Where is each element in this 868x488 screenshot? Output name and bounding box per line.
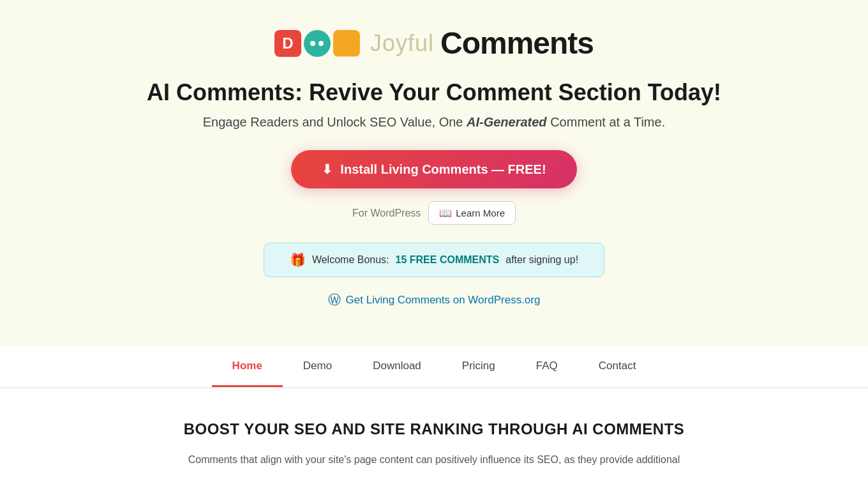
install-button[interactable]: ⬇ Install Living Comments — FREE! <box>291 150 576 188</box>
bottom-section: BOOST YOUR SEO AND SITE RANKING THROUGH … <box>0 388 868 488</box>
nav-item-faq[interactable]: FAQ <box>516 347 578 387</box>
install-button-label: Install Living Comments — FREE! <box>340 162 546 177</box>
wordpress-org-link[interactable]: Ⓦ Get Living Comments on WordPress.org <box>328 291 541 309</box>
bonus-banner: 🎁 Welcome Bonus: 15 FREE COMMENTS after … <box>264 243 604 277</box>
download-icon: ⬇ <box>322 162 333 177</box>
subheadline-italic: AI-Generated <box>467 115 547 129</box>
wordpress-link-label: Get Living Comments on WordPress.org <box>346 294 541 307</box>
d-letter: D <box>282 34 293 52</box>
subheadline-suffix: Comment at a Time. <box>547 115 666 129</box>
boost-title: BOOST YOUR SEO AND SITE RANKING THROUGH … <box>184 420 685 438</box>
wordpress-icon: Ⓦ <box>328 291 341 309</box>
learn-more-label: Learn More <box>456 208 505 218</box>
eye-left <box>310 41 315 46</box>
main-headline: AI Comments: Revive Your Comment Section… <box>147 79 721 106</box>
boost-description: Comments that align with your site's pag… <box>188 451 680 468</box>
logo-comments-text: Comments <box>440 26 594 61</box>
for-wordpress-label: For WordPress <box>352 208 421 219</box>
logo-orange-square <box>333 30 360 57</box>
gift-icon: 🎁 <box>290 252 306 268</box>
logo-icon: D <box>274 30 360 57</box>
book-icon: 📖 <box>439 207 452 219</box>
bonus-suffix: after signing up! <box>505 254 578 266</box>
nav-item-download[interactable]: Download <box>352 347 442 387</box>
bonus-highlight: 15 FREE COMMENTS <box>396 254 500 266</box>
bonus-prefix: Welcome Bonus: <box>312 254 389 266</box>
nav-item-pricing[interactable]: Pricing <box>442 347 516 387</box>
logo-area: D Joyful Comments <box>274 26 594 61</box>
logo-d-block: D <box>274 30 301 57</box>
nav-item-contact[interactable]: Contact <box>578 347 657 387</box>
eye-right <box>318 41 324 46</box>
hero-section: D Joyful Comments AI Comments: Revive Yo… <box>0 0 868 347</box>
logo-teal-circle <box>304 30 331 57</box>
actions-row: For WordPress 📖 Learn More <box>352 201 516 225</box>
logo-joyful-text: Joyful <box>370 30 434 57</box>
nav-item-demo[interactable]: Demo <box>283 347 352 387</box>
subheadline-prefix: Engage Readers and Unlock SEO Value, One <box>203 115 467 129</box>
nav-item-home[interactable]: Home <box>212 347 283 387</box>
navigation: HomeDemoDownloadPricingFAQContact <box>0 347 868 388</box>
nav-menu: HomeDemoDownloadPricingFAQContact <box>212 347 657 387</box>
logo-eyes <box>310 41 324 46</box>
subheadline: Engage Readers and Unlock SEO Value, One… <box>203 115 665 130</box>
learn-more-button[interactable]: 📖 Learn More <box>428 201 516 225</box>
